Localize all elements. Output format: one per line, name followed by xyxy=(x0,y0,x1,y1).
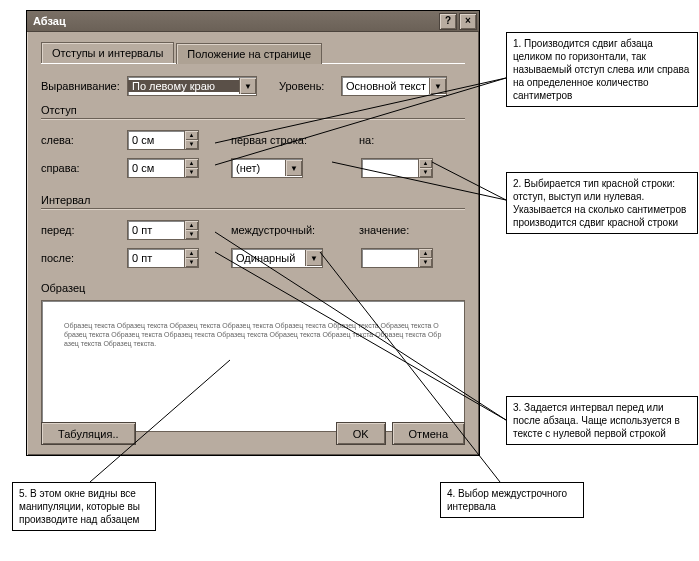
after-label: после: xyxy=(41,252,127,264)
indent-by-input[interactable]: ▲▼ xyxy=(361,158,433,178)
spacing-group-label: Интервал xyxy=(41,194,465,206)
annotation-4: 4. Выбор междустрочного интервала xyxy=(440,482,584,518)
first-line-select[interactable]: (нет) ▼ xyxy=(231,158,303,178)
chevron-down-icon: ▼ xyxy=(305,250,322,266)
after-input[interactable]: 0 пт ▲▼ xyxy=(127,248,199,268)
ok-button[interactable]: OK xyxy=(336,422,386,445)
at-input[interactable]: ▲▼ xyxy=(361,248,433,268)
indent-group-label: Отступ xyxy=(41,104,465,116)
line-spacing-label: междустрочный: xyxy=(231,224,341,236)
preview-box: Образец текста Образец текста Образец те… xyxy=(41,300,465,432)
dialog-buttons: OK Отмена xyxy=(336,422,465,445)
before-label: перед: xyxy=(41,224,127,236)
chevron-down-icon: ▼ xyxy=(285,160,302,176)
level-select[interactable]: Основной текст ▼ xyxy=(341,76,447,96)
annotation-5: 5. В этом окне видны все манипуляции, ко… xyxy=(12,482,156,531)
help-button[interactable]: ? xyxy=(439,13,457,30)
before-input[interactable]: 0 пт ▲▼ xyxy=(127,220,199,240)
alignment-select[interactable]: По левому краю ▼ xyxy=(127,76,257,96)
close-button[interactable]: × xyxy=(459,13,477,30)
indent-right-label: справа: xyxy=(41,162,127,174)
annotation-1: 1. Производится сдвиг абзаца целиком по … xyxy=(506,32,698,107)
cancel-button[interactable]: Отмена xyxy=(392,422,465,445)
tabulation-button[interactable]: Табуляция.. xyxy=(41,422,136,445)
chevron-down-icon: ▼ xyxy=(239,78,256,94)
tab-indents[interactable]: Отступы и интервалы xyxy=(41,42,174,63)
indent-left-label: слева: xyxy=(41,134,127,146)
window-title: Абзац xyxy=(33,15,437,27)
level-label: Уровень: xyxy=(279,80,341,92)
preview-label: Образец xyxy=(41,282,465,294)
line-spacing-select[interactable]: Одинарный ▼ xyxy=(231,248,323,268)
indent-right-input[interactable]: 0 см ▲▼ xyxy=(127,158,199,178)
chevron-down-icon: ▼ xyxy=(429,78,446,94)
first-line-label: первая строка: xyxy=(231,134,341,146)
at-label: значение: xyxy=(359,224,417,236)
annotation-2: 2. Выбирается тип красной строки: отступ… xyxy=(506,172,698,234)
annotation-3: 3. Задается интервал перед или после абз… xyxy=(506,396,698,445)
pane: Выравнивание: По левому краю ▼ Уровень: … xyxy=(41,76,465,432)
indent-by-label: на: xyxy=(359,134,397,146)
alignment-label: Выравнивание: xyxy=(41,80,127,92)
paragraph-dialog: Абзац ? × Отступы и интервалы Положение … xyxy=(26,10,480,456)
tab-position[interactable]: Положение на странице xyxy=(176,43,322,64)
titlebar: Абзац ? × xyxy=(27,11,479,32)
tabs: Отступы и интервалы Положение на страниц… xyxy=(41,42,465,64)
indent-left-input[interactable]: 0 см ▲▼ xyxy=(127,130,199,150)
